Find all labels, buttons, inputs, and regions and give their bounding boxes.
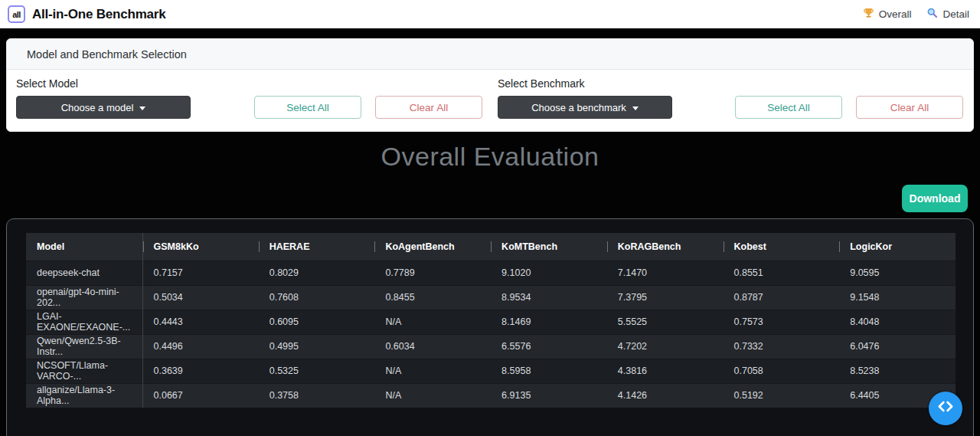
score-cell: 0.7157	[142, 261, 259, 285]
score-cell: 4.1426	[607, 383, 724, 408]
table-header-row: ModelGSM8kKoHAERAEKoAgentBenchKoMTBenchK…	[26, 233, 956, 261]
score-cell: 5.5525	[607, 310, 724, 334]
model-dropdown-label: Choose a model	[61, 102, 134, 113]
table-row: NCSOFT/Llama-VARCO-...0.36390.5325N/A8.5…	[26, 359, 956, 383]
table-row: Qwen/Qwen2.5-3B-Instr...0.44960.49950.60…	[26, 334, 956, 359]
benchmark-select-all-button[interactable]: Select All	[735, 96, 842, 119]
score-cell: 0.4995	[259, 334, 375, 359]
selection-panel-body: Select Model Choose a model Select All C…	[7, 70, 973, 119]
table-header-cell: HAERAE	[259, 233, 375, 261]
score-cell: 9.1548	[839, 285, 956, 310]
model-controls-row: Choose a model Select All Clear All	[16, 96, 482, 119]
model-name-cell: NCSOFT/Llama-VARCO-...	[26, 359, 142, 383]
score-cell: 0.0667	[142, 383, 259, 408]
score-cell: 0.8787	[724, 285, 840, 310]
results-table: ModelGSM8kKoHAERAEKoAgentBenchKoMTBenchK…	[26, 233, 956, 408]
score-cell: 6.5576	[491, 334, 607, 359]
table-header-cell: GSM8kKo	[142, 233, 259, 261]
score-cell: 9.0595	[839, 261, 956, 285]
table-row: allganize/Llama-3-Alpha...0.06670.3758N/…	[26, 383, 956, 408]
benchmark-controls-row: Choose a benchmark Select All Clear All	[498, 96, 963, 119]
table-row: openai/gpt-4o-mini-202...0.50340.76080.8…	[26, 285, 956, 310]
benchmark-dropdown-label: Choose a benchmark	[531, 102, 626, 113]
score-cell: 0.4496	[142, 334, 259, 359]
table-header-cell: Kobest	[724, 233, 840, 261]
score-cell: 8.4048	[839, 310, 956, 334]
app-logo: all	[8, 5, 25, 23]
chevron-down-icon	[139, 107, 145, 110]
score-cell: 4.7202	[607, 334, 724, 359]
model-name-cell: openai/gpt-4o-mini-202...	[26, 285, 142, 310]
table-row: deepseek-chat0.71570.80290.77899.10207.1…	[26, 261, 956, 285]
magnifier-icon	[926, 7, 938, 21]
score-cell: 0.5325	[259, 359, 375, 383]
model-dropdown[interactable]: Choose a model	[16, 96, 191, 119]
app-title: All-in-One Benchmark	[32, 7, 166, 22]
score-cell: N/A	[374, 383, 491, 408]
nav-detail-label: Detail	[942, 8, 969, 20]
model-clear-all-button[interactable]: Clear All	[375, 96, 482, 119]
score-cell: 8.9534	[491, 285, 607, 310]
score-cell: 0.3758	[259, 383, 375, 408]
top-nav: Overall Detail	[863, 7, 969, 21]
horizontal-arrows-icon	[936, 397, 956, 420]
results-table-container: ModelGSM8kKoHAERAEKoAgentBenchKoMTBenchK…	[6, 218, 974, 436]
score-cell: N/A	[374, 359, 491, 383]
score-cell: 0.7573	[724, 310, 840, 334]
score-cell: 0.7058	[724, 359, 840, 383]
select-benchmark-label: Select Benchmark	[498, 77, 963, 90]
table-row: LGAI-EXAONE/EXAONE-...0.44430.6095N/A8.1…	[26, 310, 956, 334]
expand-arrows-button[interactable]	[929, 392, 962, 425]
score-cell: 0.7608	[259, 285, 375, 310]
score-cell: 9.1020	[491, 261, 607, 285]
score-cell: 6.9135	[491, 383, 607, 408]
score-cell: N/A	[374, 310, 491, 334]
score-cell: 8.5958	[491, 359, 607, 383]
score-cell: 8.1469	[491, 310, 607, 334]
score-cell: 0.8551	[724, 261, 840, 285]
selection-panel: Model and Benchmark Selection Select Mod…	[6, 38, 974, 132]
score-cell: 0.4443	[142, 310, 259, 334]
score-cell: 0.6034	[374, 334, 491, 359]
score-cell: 7.1470	[607, 261, 724, 285]
score-cell: 0.7332	[724, 334, 840, 359]
nav-item-overall[interactable]: Overall	[863, 7, 912, 21]
model-name-cell: LGAI-EXAONE/EXAONE-...	[26, 310, 142, 334]
benchmark-clear-all-button[interactable]: Clear All	[856, 96, 963, 119]
score-cell: 0.3639	[142, 359, 259, 383]
table-header-cell: LogicKor	[839, 233, 956, 261]
score-cell: 8.5238	[839, 359, 956, 383]
table-header-cell: KoAgentBench	[374, 233, 491, 261]
score-cell: 0.5034	[142, 285, 259, 310]
model-name-cell: Qwen/Qwen2.5-3B-Instr...	[26, 334, 142, 359]
nav-item-detail[interactable]: Detail	[926, 7, 969, 21]
benchmark-selection-column: Select Benchmark Choose a benchmark Sele…	[490, 77, 973, 119]
score-cell: 7.3795	[607, 285, 724, 310]
score-cell: 0.8455	[374, 285, 491, 310]
chevron-down-icon	[632, 107, 639, 110]
top-bar: all All-in-One Benchmark Overall Detail	[0, 0, 980, 28]
score-cell: 0.6095	[259, 310, 375, 334]
page-title: Overall Evaluation	[0, 142, 980, 172]
table-header-cell: KoMTBench	[491, 233, 607, 261]
selection-panel-title: Model and Benchmark Selection	[7, 39, 973, 70]
app-logo-text: all	[12, 10, 21, 19]
score-cell: 6.0476	[839, 334, 956, 359]
score-cell: 4.3816	[607, 359, 724, 383]
score-cell: 0.8029	[259, 261, 375, 285]
table-header-cell: KoRAGBench	[607, 233, 724, 261]
table-header-cell: Model	[26, 233, 142, 261]
select-model-label: Select Model	[16, 77, 482, 90]
model-selection-column: Select Model Choose a model Select All C…	[7, 77, 490, 119]
download-button[interactable]: Download	[902, 185, 968, 212]
model-name-cell: allganize/Llama-3-Alpha...	[26, 383, 142, 408]
model-name-cell: deepseek-chat	[26, 261, 142, 285]
score-cell: 0.7789	[374, 261, 491, 285]
nav-overall-label: Overall	[879, 8, 912, 20]
score-cell: 0.5192	[724, 383, 840, 408]
model-select-all-button[interactable]: Select All	[254, 96, 361, 119]
trophy-icon	[863, 7, 874, 21]
benchmark-dropdown[interactable]: Choose a benchmark	[498, 96, 672, 119]
